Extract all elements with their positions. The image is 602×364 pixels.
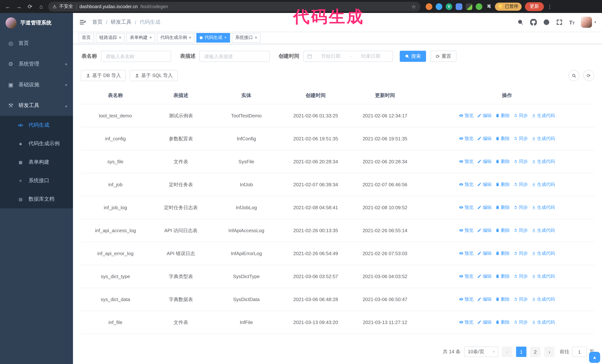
user-avatar-dropdown[interactable]: ▾ bbox=[581, 17, 596, 28]
font-size-icon[interactable]: TT bbox=[569, 19, 575, 25]
action-sync[interactable]: 同步 bbox=[514, 227, 528, 234]
next-page-button[interactable]: › bbox=[544, 347, 555, 357]
breadcrumb-home[interactable]: 首页 bbox=[92, 19, 103, 26]
tab-codegen-example[interactable]: 代码生成示例× bbox=[157, 33, 195, 42]
action-sync[interactable]: 同步 bbox=[514, 319, 528, 325]
action-preview[interactable]: 预览 bbox=[459, 181, 473, 188]
action-edit[interactable]: 编辑 bbox=[477, 227, 492, 234]
chrome-update-button[interactable]: 更新 bbox=[525, 2, 544, 11]
action-generate-code[interactable]: 生成代码 bbox=[532, 319, 555, 325]
prev-page-button[interactable]: ‹ bbox=[502, 347, 512, 357]
paused-badge[interactable]: 已暂停 bbox=[495, 2, 522, 10]
action-sync[interactable]: 同步 bbox=[514, 181, 528, 188]
refresh-table-button[interactable]: ⟳ bbox=[583, 70, 594, 81]
action-delete[interactable]: 删除 bbox=[495, 319, 510, 325]
back-top-button[interactable]: ▲ bbox=[589, 352, 600, 363]
create-time-range-picker[interactable]: 开始日期 - 结束日期 bbox=[303, 51, 393, 62]
action-sync[interactable]: 同步 bbox=[514, 113, 528, 119]
tab-home[interactable]: 首页 bbox=[78, 33, 94, 42]
action-generate-code[interactable]: 生成代码 bbox=[532, 227, 555, 234]
action-edit[interactable]: 编辑 bbox=[477, 158, 492, 165]
sidebar-item-form-builder[interactable]: ▦ 表单构建 bbox=[0, 153, 73, 171]
action-preview[interactable]: 预览 bbox=[459, 319, 473, 325]
close-icon[interactable]: × bbox=[119, 36, 121, 40]
browser-forward-button[interactable]: → bbox=[15, 2, 23, 10]
action-edit[interactable]: 编辑 bbox=[477, 296, 492, 302]
page-button-2[interactable]: 2 bbox=[530, 347, 540, 357]
sidebar-item-api[interactable]: ≡ 系统接口 bbox=[0, 171, 73, 190]
app-logo[interactable]: 芋道管理系统 bbox=[0, 13, 73, 33]
action-preview[interactable]: 预览 bbox=[459, 158, 473, 165]
action-sync[interactable]: 同步 bbox=[514, 158, 528, 165]
address-bar[interactable]: ⚠ 不安全 | dashboard.yudao.iocoder.cn/tool/… bbox=[48, 2, 420, 11]
action-delete[interactable]: 删除 bbox=[495, 227, 510, 234]
page-button-1[interactable]: 1 bbox=[516, 347, 527, 357]
extension-icon-4[interactable] bbox=[456, 3, 462, 10]
close-icon[interactable]: × bbox=[255, 36, 257, 40]
action-delete[interactable]: 删除 bbox=[495, 113, 510, 119]
action-edit[interactable]: 编辑 bbox=[477, 204, 492, 211]
hamburger-icon[interactable] bbox=[79, 19, 86, 26]
action-preview[interactable]: 预览 bbox=[459, 273, 473, 280]
sidebar-item-infra[interactable]: ▣ 基础设施 ▾ bbox=[0, 74, 73, 95]
action-delete[interactable]: 删除 bbox=[495, 273, 510, 280]
tab-api[interactable]: 系统接口× bbox=[232, 33, 261, 42]
action-generate-code[interactable]: 生成代码 bbox=[532, 273, 555, 280]
toggle-search-button[interactable] bbox=[568, 70, 580, 81]
browser-home-button[interactable]: ⌂ bbox=[37, 2, 45, 10]
bookmark-star-icon[interactable]: ☆ bbox=[411, 3, 416, 10]
github-icon[interactable] bbox=[530, 19, 537, 26]
extension-icon-2[interactable] bbox=[436, 3, 442, 10]
action-preview[interactable]: 预览 bbox=[459, 135, 473, 142]
close-icon[interactable]: × bbox=[224, 36, 227, 40]
action-sync[interactable]: 同步 bbox=[514, 135, 528, 142]
action-generate-code[interactable]: 生成代码 bbox=[532, 135, 555, 142]
action-edit[interactable]: 编辑 bbox=[477, 113, 492, 119]
action-preview[interactable]: 预览 bbox=[459, 227, 473, 234]
close-icon[interactable]: × bbox=[150, 36, 152, 40]
action-delete[interactable]: 删除 bbox=[495, 204, 510, 211]
action-preview[interactable]: 预览 bbox=[459, 296, 473, 302]
action-sync[interactable]: 同步 bbox=[514, 204, 528, 211]
action-edit[interactable]: 编辑 bbox=[477, 250, 492, 257]
action-generate-code[interactable]: 生成代码 bbox=[532, 113, 555, 119]
action-delete[interactable]: 删除 bbox=[495, 158, 510, 165]
browser-back-button[interactable]: ← bbox=[4, 2, 12, 10]
import-sql-button[interactable]: 基于 SQL 导入 bbox=[130, 70, 178, 81]
action-preview[interactable]: 预览 bbox=[459, 113, 473, 119]
extension-icon-5[interactable] bbox=[466, 3, 472, 10]
chrome-menu-icon[interactable]: ⋮ bbox=[547, 3, 552, 10]
sidebar-item-codegen-example[interactable]: ◈ 代码生成示例 bbox=[0, 135, 73, 153]
action-generate-code[interactable]: 生成代码 bbox=[532, 296, 555, 302]
action-delete[interactable]: 删除 bbox=[495, 250, 510, 257]
extension-icon-6[interactable] bbox=[476, 3, 482, 10]
action-sync[interactable]: 同步 bbox=[514, 296, 528, 302]
import-db-button[interactable]: 基于 DB 导入 bbox=[81, 70, 126, 81]
sidebar-item-db-doc[interactable]: ▤ 数据库文档 bbox=[0, 190, 73, 208]
sidebar-item-devtools[interactable]: ⚒ 研发工具 ▴ bbox=[0, 95, 73, 116]
close-icon[interactable]: × bbox=[189, 36, 191, 40]
tab-tracing[interactable]: 链路追踪× bbox=[96, 33, 125, 42]
page-size-select[interactable]: 10条/页 ▾ bbox=[464, 347, 498, 357]
table-name-input[interactable] bbox=[101, 51, 171, 62]
action-edit[interactable]: 编辑 bbox=[477, 273, 492, 280]
goto-page-input[interactable] bbox=[572, 347, 587, 357]
extension-icon-3[interactable]: V bbox=[446, 3, 452, 10]
action-sync[interactable]: 同步 bbox=[514, 273, 528, 280]
action-generate-code[interactable]: 生成代码 bbox=[532, 250, 555, 257]
action-edit[interactable]: 编辑 bbox=[477, 135, 492, 142]
action-generate-code[interactable]: 生成代码 bbox=[532, 204, 555, 211]
help-icon[interactable]: ? bbox=[543, 19, 550, 26]
action-generate-code[interactable]: 生成代码 bbox=[532, 181, 555, 188]
search-button[interactable]: 搜索 bbox=[400, 51, 426, 62]
action-preview[interactable]: 预览 bbox=[459, 204, 473, 211]
sidebar-item-system[interactable]: ⚙ 系统管理 ▾ bbox=[0, 54, 73, 74]
extension-icon-1[interactable] bbox=[426, 3, 432, 10]
tab-codegen[interactable]: 代码生成× bbox=[196, 33, 230, 42]
table-desc-input[interactable] bbox=[199, 51, 270, 62]
sidebar-item-codegen[interactable]: </> 代码生成 bbox=[0, 116, 73, 135]
reset-button[interactable]: ⟳ 重置 bbox=[430, 51, 456, 62]
tab-form-builder[interactable]: 表单构建× bbox=[127, 33, 155, 42]
action-preview[interactable]: 预览 bbox=[459, 250, 473, 257]
extensions-puzzle-icon[interactable] bbox=[486, 3, 492, 10]
